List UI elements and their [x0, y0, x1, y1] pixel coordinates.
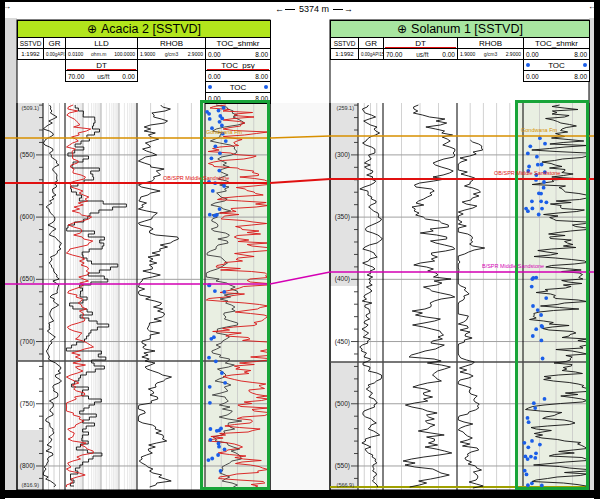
depth-label: (550) — [17, 151, 35, 159]
toc-highlight-box-acacia[interactable] — [200, 100, 270, 490]
depth-label: (300) — [330, 151, 350, 159]
toc-point-legend-icon — [208, 85, 212, 89]
horizon-label[interactable]: OB/SPR Middle Sandstone — [494, 170, 560, 176]
ruler-arrow-right-icon: ← — [588, 2, 596, 12]
well-header-acacia-2[interactable]: ⊕ Acacia 2 [SSTVD] — [17, 20, 271, 38]
ruler-arrow-left-icon: → — [3, 2, 11, 12]
well-title: Solanum 1 [SSTVD] — [411, 22, 523, 36]
well-symbol-icon: ⊕ — [87, 22, 97, 36]
horizon-label[interactable]: OB/SPR Middle Sandstone — [163, 175, 229, 181]
toc-point-legend-icon — [264, 85, 268, 89]
depth-label-bottom: (566.9) — [330, 481, 354, 489]
depth-label: (650) — [17, 275, 35, 283]
track-scale-gr: 0.00gAPI150.00 — [358, 48, 384, 60]
distance-label: 5374 m — [299, 4, 329, 14]
toc-point-legend-icon — [526, 63, 530, 67]
toc-highlight-box-solanum[interactable] — [515, 100, 589, 490]
well-distance-annotation: ←5374 m→ — [258, 2, 370, 16]
track-scale-dt: 70.00us/ft0.00 — [383, 48, 458, 60]
track-scale-dt: 70.00us/ft0.00 — [65, 70, 138, 82]
depth-label: (800) — [17, 462, 35, 470]
depth-label: (750) — [17, 400, 35, 408]
track-scale-sstvd: 1:1992 — [17, 48, 44, 60]
depth-label: (500) — [330, 400, 350, 408]
depth-label-top: (259.1) — [330, 104, 354, 112]
track-scale-toc: 0.008.00 — [523, 70, 590, 82]
distance-arrow-right-icon: → — [344, 4, 353, 14]
depth-label-bottom: (816.9) — [17, 481, 39, 489]
well-correlation-view: → ← ←5374 m→ ⊕ Acacia 2 [SSTVD] ⊕ Solanu… — [0, 0, 600, 499]
well-header-solanum-1[interactable]: ⊕ Solanum 1 [SSTVD] — [330, 20, 590, 38]
distance-arrow-left-icon: ← — [275, 4, 284, 14]
well-title: Acacia 2 [SSTVD] — [101, 22, 201, 36]
well-symbol-icon: ⊕ — [397, 22, 407, 36]
track-scale-sstvd: 1:1992 — [330, 48, 359, 60]
depth-label: (450) — [330, 338, 350, 346]
track-scale-rhob: 1.9000g/cm32.9000 — [457, 48, 524, 60]
depth-label: (400) — [330, 275, 350, 283]
horizon-label[interactable]: Gondwana Fm — [521, 127, 557, 133]
depth-label: (550) — [330, 462, 350, 470]
horizon-label[interactable]: Gondwana Fm — [206, 129, 242, 135]
depth-label-top: (509.1) — [17, 104, 39, 112]
track-scale-rhob: 1.9000g/cm32.9000 — [137, 48, 206, 60]
depth-label: (700) — [17, 338, 35, 346]
track-scale-gr: 0.00gAPI150.00 — [43, 48, 66, 60]
toc-point-legend-icon — [583, 63, 587, 67]
depth-label: (350) — [330, 213, 350, 221]
depth-label: (600) — [17, 213, 35, 221]
horizon-label[interactable]: B/SPR Middle Sandstone — [482, 263, 544, 269]
